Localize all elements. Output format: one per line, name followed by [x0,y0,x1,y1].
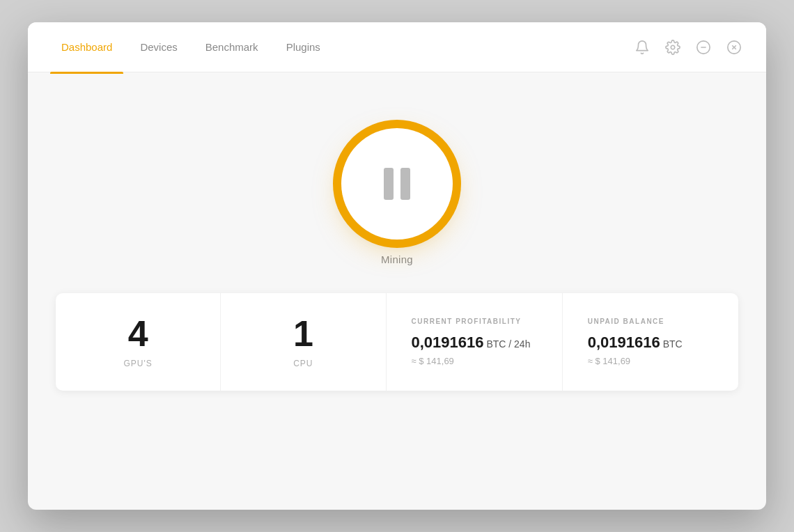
pause-bar-right [400,168,410,200]
main-content: Mining 4 GPU'S 1 CPU CURRENT PROFITABILI… [28,72,766,510]
pause-bar-left [384,168,394,200]
close-icon[interactable] [724,38,744,57]
mining-status-label: Mining [381,253,413,265]
mining-area: Mining [341,128,453,265]
pause-mining-button[interactable] [341,128,453,240]
balance-usd: ≈ $ 141,69 [588,356,630,366]
tab-benchmark[interactable]: Benchmark [194,36,270,58]
gpu-label: GPU'S [123,359,152,368]
gpu-stat-card: 4 GPU'S [56,293,221,391]
pause-icon [384,168,410,200]
gpu-count: 4 [128,315,148,352]
tab-plugins[interactable]: Plugins [275,36,332,58]
header: Dashboard Devices Benchmark Plugins [28,22,766,72]
cpu-stat-card: 1 CPU [221,293,386,391]
profitability-usd: ≈ $ 141,69 [412,356,454,366]
balance-card: UNPAID BALANCE 0,0191616 BTC ≈ $ 141,69 [563,293,738,391]
app-window: Dashboard Devices Benchmark Plugins [28,22,766,510]
profitability-card: CURRENT PROFITABILITY 0,0191616 BTC / 24… [387,293,563,391]
balance-btc: 0,0191616 BTC [588,334,683,352]
svg-point-0 [671,45,675,49]
tab-dashboard[interactable]: Dashboard [50,36,123,58]
header-icons [632,38,744,57]
profitability-btc: 0,0191616 BTC / 24h [412,334,531,352]
tab-devices[interactable]: Devices [129,36,188,58]
cpu-count: 1 [293,315,313,352]
minimize-icon[interactable] [694,38,713,57]
stats-row: 4 GPU'S 1 CPU CURRENT PROFITABILITY 0,01… [56,293,738,391]
balance-title: UNPAID BALANCE [588,318,664,325]
profitability-title: CURRENT PROFITABILITY [412,318,522,325]
gear-icon[interactable] [663,38,683,57]
nav-tabs: Dashboard Devices Benchmark Plugins [50,36,332,58]
bell-icon[interactable] [632,38,652,57]
cpu-label: CPU [293,359,313,368]
